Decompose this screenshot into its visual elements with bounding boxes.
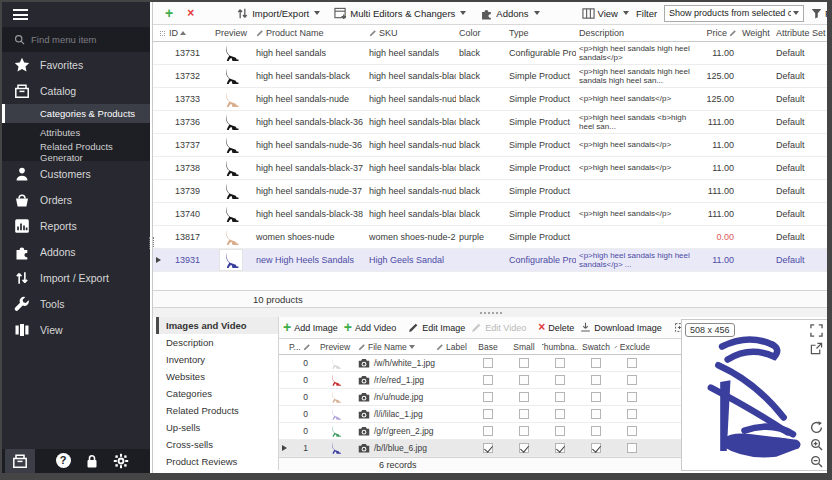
horizontal-splitter[interactable] <box>153 308 827 317</box>
sidebar-item-addons[interactable]: Addons <box>2 239 150 265</box>
delete-image-button[interactable]: ×Delete <box>538 321 574 334</box>
sidebar-item-customers[interactable]: Customers <box>2 161 150 187</box>
tab-categories[interactable]: Categories <box>156 385 278 402</box>
fit-screen-icon[interactable] <box>810 324 823 337</box>
thumbnail-checkbox[interactable] <box>555 375 565 385</box>
swatch-checkbox[interactable] <box>591 443 601 453</box>
exclude-checkbox[interactable] <box>627 392 637 402</box>
hamburger-menu-icon[interactable] <box>13 9 28 20</box>
filter-select[interactable]: Show products from selected categories <box>664 5 804 22</box>
delete-product-button[interactable]: × <box>187 7 194 20</box>
sidebar-item-tools[interactable]: Tools <box>2 291 150 317</box>
sidebar-item-catalog[interactable]: Catalog <box>2 78 150 104</box>
small-checkbox[interactable] <box>519 392 529 402</box>
help-button[interactable]: ? <box>56 453 71 468</box>
image-row[interactable]: 0/g/r/green_2.jpg <box>279 423 681 440</box>
set-resize-rule-button[interactable]: Set Resize Rule <box>674 322 681 333</box>
sidebar-item-import-export[interactable]: Import / Export <box>2 265 150 291</box>
thumbnail-checkbox[interactable] <box>555 392 565 402</box>
table-row[interactable]: 13817women shoes-nudewomen shoes-nude-2p… <box>153 226 827 249</box>
small-checkbox[interactable] <box>519 358 529 368</box>
column-header-color[interactable]: Color <box>456 28 506 38</box>
addons-menu-button[interactable]: Addons <box>480 7 539 20</box>
table-row[interactable]: 13738high heel sandals-black-37high heel… <box>153 157 827 180</box>
column-header-attribute-set[interactable]: Attribute Set Name <box>773 28 827 38</box>
table-row[interactable]: 13740high heel sandals-black-38high heel… <box>153 203 827 226</box>
table-row[interactable]: 13737high heel sandals-nude-36high heel … <box>153 134 827 157</box>
column-header-price[interactable]: Price <box>696 28 739 38</box>
tab-product-reviews[interactable]: Product Reviews <box>156 453 278 470</box>
tab-inventory[interactable]: Inventory <box>156 351 278 368</box>
thumbnail-checkbox[interactable] <box>555 358 565 368</box>
base-checkbox[interactable] <box>483 392 493 402</box>
exclude-checkbox[interactable] <box>627 358 637 368</box>
lock-button[interactable] <box>84 453 100 469</box>
sidebar-item-view[interactable]: View <box>2 317 150 343</box>
filters-menu-button[interactable]: Filters <box>811 8 827 19</box>
base-checkbox[interactable] <box>483 358 493 368</box>
small-checkbox[interactable] <box>519 443 529 453</box>
open-external-icon[interactable] <box>810 342 823 355</box>
column-header-base[interactable]: Base <box>470 342 506 352</box>
exclude-checkbox[interactable] <box>627 409 637 419</box>
image-row[interactable]: 0/r/e/red_1.jpg <box>279 372 681 389</box>
column-header-preview[interactable]: Preview <box>206 28 253 38</box>
exclude-checkbox[interactable] <box>627 426 637 436</box>
column-header-description[interactable]: Description <box>576 28 696 38</box>
exclude-checkbox[interactable] <box>627 443 637 453</box>
zoom-out-icon[interactable] <box>810 455 823 468</box>
column-header-small[interactable]: Small <box>506 342 542 352</box>
view-menu-button[interactable]: View <box>582 7 629 20</box>
sidebar-item-orders[interactable]: Orders <box>2 187 150 213</box>
column-header-label[interactable]: Label <box>436 342 470 352</box>
import-export-menu-button[interactable]: Import/Export <box>236 7 320 20</box>
small-checkbox[interactable] <box>519 409 529 419</box>
swatch-checkbox[interactable] <box>591 375 601 385</box>
small-checkbox[interactable] <box>519 426 529 436</box>
column-header-thumbnail[interactable]: Thumbna... <box>542 342 578 352</box>
image-row[interactable]: 0/n/u/nude.jpg <box>279 389 681 406</box>
multi-editors-menu-button[interactable]: Multi Editors & Changers <box>334 7 466 20</box>
tab-description[interactable]: Description <box>156 334 278 351</box>
add-video-button[interactable]: +Add Video <box>344 321 397 334</box>
table-row[interactable]: 13731high heel sandalshigh heel sandalsb… <box>153 42 827 65</box>
table-row[interactable]: 13736high heel sandals-black-36high heel… <box>153 111 827 134</box>
column-header-preview[interactable]: Preview <box>312 342 358 352</box>
column-header-exclude[interactable]: Exclude <box>614 342 650 352</box>
zoom-in-icon[interactable] <box>810 438 823 451</box>
menu-search[interactable] <box>2 27 150 52</box>
image-row[interactable]: 0/w/h/white_1.jpg <box>279 355 681 372</box>
rotate-icon[interactable] <box>810 421 823 434</box>
edit-image-button[interactable]: Edit Image <box>408 322 465 333</box>
table-row[interactable]: 13732high heel sandals-blackhigh heel sa… <box>153 65 827 88</box>
small-checkbox[interactable] <box>519 375 529 385</box>
image-row[interactable]: 0/l/i/lilac_1.jpg <box>279 406 681 423</box>
base-checkbox[interactable] <box>483 443 493 453</box>
settings-gear-button[interactable] <box>113 453 129 469</box>
sidebar-item-attributes[interactable]: Attributes <box>2 123 150 142</box>
base-checkbox[interactable] <box>483 375 493 385</box>
table-row-selected[interactable]: 13931new High Heels SandalsHigh Geels Sa… <box>153 249 827 272</box>
swatch-checkbox[interactable] <box>591 409 601 419</box>
table-row[interactable]: 13739high heel sandals-nude-37high heel … <box>153 180 827 203</box>
swatch-checkbox[interactable] <box>591 426 601 436</box>
image-row-selected[interactable]: 1/b/l/blue_6.jpg <box>279 440 681 457</box>
column-header-position[interactable]: P... <box>289 342 312 352</box>
exclude-checkbox[interactable] <box>627 375 637 385</box>
column-header-file-name[interactable]: File Name <box>358 342 436 352</box>
base-checkbox[interactable] <box>483 409 493 419</box>
tab-images-and-video[interactable]: Images and Video <box>156 317 278 334</box>
store-button[interactable] <box>5 449 35 473</box>
sidebar-item-related-products-generator[interactable]: Related Products Generator <box>2 142 150 161</box>
table-row[interactable]: 13733high heel sandals-nudehigh heel san… <box>153 88 827 111</box>
thumbnail-checkbox[interactable] <box>555 409 565 419</box>
grid-corner-cell[interactable] <box>153 31 166 36</box>
swatch-checkbox[interactable] <box>591 358 601 368</box>
add-image-button[interactable]: +Add Image <box>283 321 338 334</box>
tab-cross-sells[interactable]: Cross-sells <box>156 436 278 453</box>
swatch-checkbox[interactable] <box>591 392 601 402</box>
column-header-type[interactable]: Type <box>506 28 576 38</box>
sidebar-item-favorites[interactable]: Favorites <box>2 52 150 78</box>
tab-related-products[interactable]: Related Products <box>156 402 278 419</box>
tab-websites[interactable]: Websites <box>156 368 278 385</box>
